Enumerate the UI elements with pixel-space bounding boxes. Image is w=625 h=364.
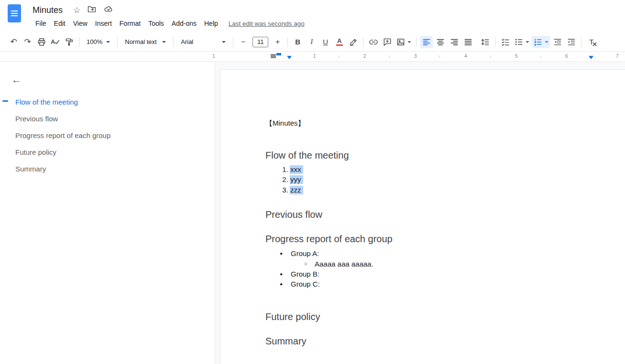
document-title[interactable]: Minutes <box>33 5 63 15</box>
text-color-button[interactable]: A <box>333 36 346 48</box>
menu-help[interactable]: Help <box>200 18 222 29</box>
selected-text[interactable]: zzz <box>290 186 303 194</box>
menu-addons[interactable]: Add-ons <box>168 18 200 29</box>
increase-font-size-button[interactable]: + <box>271 36 284 48</box>
paint-format-button[interactable] <box>63 36 76 48</box>
right-indent-marker[interactable] <box>589 56 593 59</box>
ruler-number: 2 <box>363 54 366 59</box>
chevron-down-icon <box>222 41 226 43</box>
bullet-text[interactable]: Group A: <box>291 249 319 257</box>
chevron-down-icon <box>162 41 166 43</box>
bullet-text[interactable]: Aaaaa aaa aaaaa. <box>315 260 373 268</box>
checklist-button[interactable] <box>499 36 512 48</box>
undo-button[interactable]: ↶ <box>7 36 20 48</box>
align-left-button[interactable] <box>420 36 433 48</box>
numbered-list-item[interactable]: zzz <box>290 185 622 195</box>
bullet-item[interactable]: ● Group B: <box>265 269 622 279</box>
document-page[interactable]: 【Minutes】 Flow of the meeting xxx yyy zz… <box>220 69 625 364</box>
decrease-indent-button[interactable] <box>551 36 564 48</box>
align-center-button[interactable] <box>434 36 447 48</box>
doc-heading-previous-flow[interactable]: Previous flow <box>265 208 622 221</box>
move-folder-icon[interactable] <box>87 4 97 16</box>
zoom-select[interactable]: 100% <box>83 36 113 48</box>
outline-item-future-policy[interactable]: Future policy <box>0 144 215 161</box>
bullet-text[interactable]: Group B: <box>291 270 319 278</box>
close-outline-button[interactable]: ← <box>11 75 22 85</box>
selected-text[interactable]: yyy <box>290 175 303 184</box>
numbered-list-item[interactable]: yyy <box>290 174 622 184</box>
doc-heading-summary[interactable]: Summary <box>265 335 622 347</box>
increase-indent-icon <box>567 37 576 47</box>
bullet-item[interactable]: ● Group A: <box>265 248 622 258</box>
numbered-list: xxx yyy zzz <box>265 164 622 195</box>
clear-formatting-button[interactable]: T <box>585 36 598 48</box>
paragraph-style-select[interactable]: Normal text <box>121 36 169 48</box>
bold-button[interactable]: B <box>291 36 304 48</box>
ruler-margin-chip[interactable] <box>271 54 276 58</box>
clear-x-icon <box>592 42 597 46</box>
menu-file[interactable]: File <box>32 18 50 29</box>
menu-insert[interactable]: Insert <box>91 18 116 29</box>
bullet-item[interactable]: ○ Aaaaa aaa aaaaa. <box>265 259 622 269</box>
decrease-font-size-button[interactable]: − <box>237 36 250 48</box>
first-line-indent-marker[interactable] <box>276 53 281 55</box>
line-spacing-button[interactable] <box>479 36 492 48</box>
selected-text[interactable]: xxx <box>290 165 303 174</box>
document-status-cloud-icon[interactable] <box>103 4 114 16</box>
font-family-select[interactable]: Arial <box>177 36 229 48</box>
doc-heading-flow-of-the-meeting[interactable]: Flow of the meeting <box>265 149 622 161</box>
horizontal-ruler[interactable]: 1 1 2 3 4 5 6 7 <box>0 52 625 62</box>
image-icon <box>396 37 406 47</box>
ruler-number: 1 <box>212 54 215 59</box>
bulleted-list-icon <box>514 37 524 47</box>
last-edit-link[interactable]: Last edit was seconds ago <box>229 20 305 27</box>
main-area: ← Flow of the meeting Previous flow Prog… <box>0 62 625 364</box>
star-icon[interactable]: ☆ <box>73 6 80 14</box>
bulleted-list-button[interactable] <box>513 36 531 48</box>
doc-heading-future-policy[interactable]: Future policy <box>265 310 622 323</box>
toolbar: ↶ ↷ A 100% Normal text Arial − 11 + B I … <box>0 32 625 52</box>
outline-item-flow-of-the-meeting[interactable]: Flow of the meeting <box>0 94 215 110</box>
text-color-icon: A <box>336 38 343 46</box>
underline-button[interactable]: U <box>319 36 332 48</box>
document-outline-panel: ← Flow of the meeting Previous flow Prog… <box>0 62 215 364</box>
menu-format[interactable]: Format <box>116 18 144 29</box>
numbered-list-item[interactable]: xxx <box>290 164 622 174</box>
ruler-number: 4 <box>464 54 467 59</box>
font-size-input[interactable]: 11 <box>252 37 268 47</box>
doc-title-line[interactable]: 【Minutes】 <box>265 118 622 128</box>
menu-tools[interactable]: Tools <box>144 18 168 29</box>
spellcheck-button[interactable]: A <box>49 36 62 48</box>
menu-edit[interactable]: Edit <box>50 18 69 29</box>
ruler-number: 1 <box>313 54 316 59</box>
ruler-number: 7 <box>616 54 619 59</box>
justify-button[interactable] <box>461 36 474 48</box>
zoom-value: 100% <box>87 38 102 45</box>
toolbar-divider <box>233 37 233 47</box>
increase-indent-button[interactable] <box>565 36 578 48</box>
align-center-icon <box>436 37 445 47</box>
outline-item-progress-report[interactable]: Progress report of each group <box>0 127 215 144</box>
bullet-text[interactable]: Group C: <box>291 280 320 288</box>
redo-button[interactable]: ↷ <box>21 36 34 48</box>
insert-image-button[interactable] <box>395 36 413 48</box>
align-left-icon <box>422 37 431 47</box>
highlight-color-button[interactable] <box>347 36 360 48</box>
doc-heading-progress-report[interactable]: Progress report of each group <box>265 233 622 245</box>
outline-item-previous-flow[interactable]: Previous flow <box>0 110 215 127</box>
numbered-list-button[interactable] <box>532 36 550 48</box>
bullet-item[interactable]: ● Group C: <box>265 279 622 289</box>
toolbar-divider <box>117 37 118 47</box>
insert-link-button[interactable] <box>367 36 380 48</box>
toolbar-divider <box>416 37 417 47</box>
add-comment-button[interactable] <box>381 36 394 48</box>
align-right-button[interactable] <box>448 36 461 48</box>
outline-item-summary[interactable]: Summary <box>0 161 215 177</box>
italic-button[interactable]: I <box>305 36 318 48</box>
docs-logo-icon[interactable] <box>8 4 21 22</box>
menu-view[interactable]: View <box>69 18 91 29</box>
bullet-circle-icon: ○ <box>304 259 307 269</box>
toolbar-divider <box>173 37 174 47</box>
print-button[interactable] <box>35 36 48 48</box>
left-indent-marker[interactable] <box>287 56 292 59</box>
